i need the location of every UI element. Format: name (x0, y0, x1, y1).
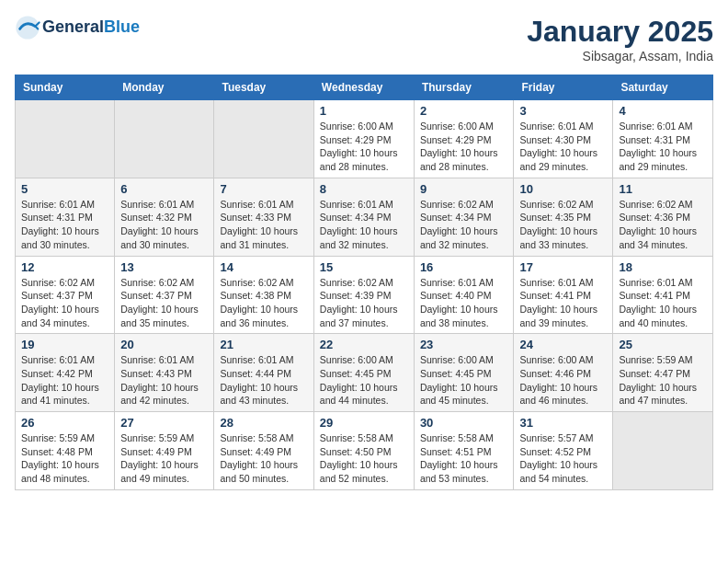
day-info: Sunrise: 6:01 AMSunset: 4:44 PMDaylight:… (220, 353, 307, 408)
calendar-week-row: 12Sunrise: 6:02 AMSunset: 4:37 PMDayligh… (16, 256, 713, 334)
calendar-cell: 6Sunrise: 6:01 AMSunset: 4:32 PMDaylight… (115, 178, 214, 256)
calendar-cell: 15Sunrise: 6:02 AMSunset: 4:39 PMDayligh… (313, 256, 414, 334)
day-info: Sunrise: 5:59 AMSunset: 4:48 PMDaylight:… (21, 431, 108, 486)
calendar-cell: 28Sunrise: 5:58 AMSunset: 4:49 PMDayligh… (214, 412, 313, 490)
page-header: GeneralBlue January 2025 Sibsagar, Assam… (15, 15, 713, 63)
day-number: 10 (519, 182, 607, 196)
day-number: 22 (320, 338, 408, 351)
calendar-cell: 7Sunrise: 6:01 AMSunset: 4:33 PMDaylight… (214, 178, 313, 256)
calendar-cell: 9Sunrise: 6:02 AMSunset: 4:34 PMDaylight… (414, 178, 514, 256)
day-info: Sunrise: 6:01 AMSunset: 4:41 PMDaylight:… (619, 276, 707, 330)
day-info: Sunrise: 5:59 AMSunset: 4:49 PMDaylight:… (120, 431, 208, 486)
day-info: Sunrise: 6:01 AMSunset: 4:41 PMDaylight:… (519, 276, 607, 330)
calendar-cell: 25Sunrise: 5:59 AMSunset: 4:47 PMDayligh… (613, 334, 713, 412)
day-info: Sunrise: 6:02 AMSunset: 4:39 PMDaylight:… (320, 276, 408, 330)
weekday-header-wednesday: Wednesday (313, 75, 414, 100)
day-info: Sunrise: 6:00 AMSunset: 4:46 PMDaylight:… (519, 353, 607, 408)
calendar-cell: 13Sunrise: 6:02 AMSunset: 4:37 PMDayligh… (115, 256, 214, 334)
calendar-cell: 20Sunrise: 6:01 AMSunset: 4:43 PMDayligh… (115, 334, 214, 412)
day-number: 24 (519, 338, 607, 351)
day-number: 11 (619, 182, 707, 196)
day-info: Sunrise: 6:00 AMSunset: 4:45 PMDaylight:… (320, 353, 408, 408)
calendar-cell: 1Sunrise: 6:00 AMSunset: 4:29 PMDaylight… (313, 100, 414, 178)
weekday-header-sunday: Sunday (16, 75, 115, 100)
day-info: Sunrise: 5:58 AMSunset: 4:50 PMDaylight:… (320, 431, 408, 486)
day-number: 8 (320, 182, 408, 196)
calendar-cell: 2Sunrise: 6:00 AMSunset: 4:29 PMDaylight… (414, 100, 514, 178)
calendar-cell: 4Sunrise: 6:01 AMSunset: 4:31 PMDaylight… (613, 100, 713, 178)
day-number: 26 (21, 416, 108, 430)
day-number: 12 (21, 260, 108, 274)
day-info: Sunrise: 6:02 AMSunset: 4:38 PMDaylight:… (220, 276, 307, 330)
day-info: Sunrise: 6:00 AMSunset: 4:29 PMDaylight:… (420, 120, 508, 174)
month-title: January 2025 (527, 15, 713, 49)
calendar-cell: 14Sunrise: 6:02 AMSunset: 4:38 PMDayligh… (214, 256, 313, 334)
location-subtitle: Sibsagar, Assam, India (527, 49, 713, 63)
logo-icon (15, 15, 40, 40)
calendar-cell: 26Sunrise: 5:59 AMSunset: 4:48 PMDayligh… (16, 412, 115, 490)
calendar-cell: 3Sunrise: 6:01 AMSunset: 4:30 PMDaylight… (514, 100, 613, 178)
day-number: 14 (220, 260, 307, 274)
calendar-cell: 8Sunrise: 6:01 AMSunset: 4:34 PMDaylight… (313, 178, 414, 256)
day-number: 4 (619, 104, 707, 118)
day-info: Sunrise: 6:00 AMSunset: 4:45 PMDaylight:… (420, 353, 508, 408)
day-number: 21 (220, 338, 307, 351)
day-number: 9 (420, 182, 508, 196)
calendar-cell: 10Sunrise: 6:02 AMSunset: 4:35 PMDayligh… (514, 178, 613, 256)
calendar-table: SundayMondayTuesdayWednesdayThursdayFrid… (15, 75, 713, 490)
day-info: Sunrise: 5:59 AMSunset: 4:47 PMDaylight:… (619, 353, 707, 408)
day-info: Sunrise: 6:02 AMSunset: 4:36 PMDaylight:… (619, 198, 707, 252)
day-info: Sunrise: 6:01 AMSunset: 4:43 PMDaylight:… (120, 353, 208, 408)
calendar-cell: 29Sunrise: 5:58 AMSunset: 4:50 PMDayligh… (313, 412, 414, 490)
weekday-header-monday: Monday (115, 75, 214, 100)
calendar-cell: 27Sunrise: 5:59 AMSunset: 4:49 PMDayligh… (115, 412, 214, 490)
day-number: 23 (420, 338, 508, 351)
weekday-header-tuesday: Tuesday (214, 75, 313, 100)
day-number: 3 (519, 104, 607, 118)
day-number: 19 (21, 338, 108, 351)
weekday-header-thursday: Thursday (414, 75, 514, 100)
day-number: 6 (120, 182, 208, 196)
weekday-header-saturday: Saturday (613, 75, 713, 100)
weekday-header-row: SundayMondayTuesdayWednesdayThursdayFrid… (16, 75, 713, 100)
calendar-cell: 18Sunrise: 6:01 AMSunset: 4:41 PMDayligh… (613, 256, 713, 334)
day-number: 5 (21, 182, 108, 196)
calendar-cell: 24Sunrise: 6:00 AMSunset: 4:46 PMDayligh… (514, 334, 613, 412)
day-info: Sunrise: 6:01 AMSunset: 4:34 PMDaylight:… (320, 198, 408, 252)
calendar-cell: 21Sunrise: 6:01 AMSunset: 4:44 PMDayligh… (214, 334, 313, 412)
day-number: 2 (420, 104, 508, 118)
calendar-cell: 12Sunrise: 6:02 AMSunset: 4:37 PMDayligh… (16, 256, 115, 334)
day-number: 7 (220, 182, 307, 196)
calendar-cell (214, 100, 313, 178)
calendar-cell: 19Sunrise: 6:01 AMSunset: 4:42 PMDayligh… (16, 334, 115, 412)
calendar-cell: 23Sunrise: 6:00 AMSunset: 4:45 PMDayligh… (414, 334, 514, 412)
calendar-cell: 17Sunrise: 6:01 AMSunset: 4:41 PMDayligh… (514, 256, 613, 334)
calendar-week-row: 5Sunrise: 6:01 AMSunset: 4:31 PMDaylight… (16, 178, 713, 256)
day-number: 28 (220, 416, 307, 430)
day-number: 31 (519, 416, 607, 430)
day-info: Sunrise: 6:02 AMSunset: 4:35 PMDaylight:… (519, 198, 607, 252)
day-info: Sunrise: 5:58 AMSunset: 4:49 PMDaylight:… (220, 431, 307, 486)
day-info: Sunrise: 6:01 AMSunset: 4:40 PMDaylight:… (420, 276, 508, 330)
calendar-cell (115, 100, 214, 178)
calendar-cell: 22Sunrise: 6:00 AMSunset: 4:45 PMDayligh… (313, 334, 414, 412)
calendar-week-row: 19Sunrise: 6:01 AMSunset: 4:42 PMDayligh… (16, 334, 713, 412)
day-info: Sunrise: 6:00 AMSunset: 4:29 PMDaylight:… (320, 120, 408, 174)
calendar-cell: 16Sunrise: 6:01 AMSunset: 4:40 PMDayligh… (414, 256, 514, 334)
day-number: 20 (120, 338, 208, 351)
day-info: Sunrise: 6:01 AMSunset: 4:33 PMDaylight:… (220, 198, 307, 252)
calendar-cell: 11Sunrise: 6:02 AMSunset: 4:36 PMDayligh… (613, 178, 713, 256)
title-block: January 2025 Sibsagar, Assam, India (527, 15, 713, 63)
day-info: Sunrise: 6:02 AMSunset: 4:37 PMDaylight:… (21, 276, 108, 330)
day-info: Sunrise: 6:02 AMSunset: 4:34 PMDaylight:… (420, 198, 508, 252)
day-info: Sunrise: 5:57 AMSunset: 4:52 PMDaylight:… (519, 431, 607, 486)
calendar-cell (613, 412, 713, 490)
calendar-cell: 30Sunrise: 5:58 AMSunset: 4:51 PMDayligh… (414, 412, 514, 490)
day-number: 29 (320, 416, 408, 430)
day-number: 1 (320, 104, 408, 118)
day-info: Sunrise: 6:01 AMSunset: 4:32 PMDaylight:… (120, 198, 208, 252)
day-info: Sunrise: 6:01 AMSunset: 4:30 PMDaylight:… (519, 120, 607, 174)
day-number: 25 (619, 338, 707, 351)
day-number: 17 (519, 260, 607, 274)
weekday-header-friday: Friday (514, 75, 613, 100)
